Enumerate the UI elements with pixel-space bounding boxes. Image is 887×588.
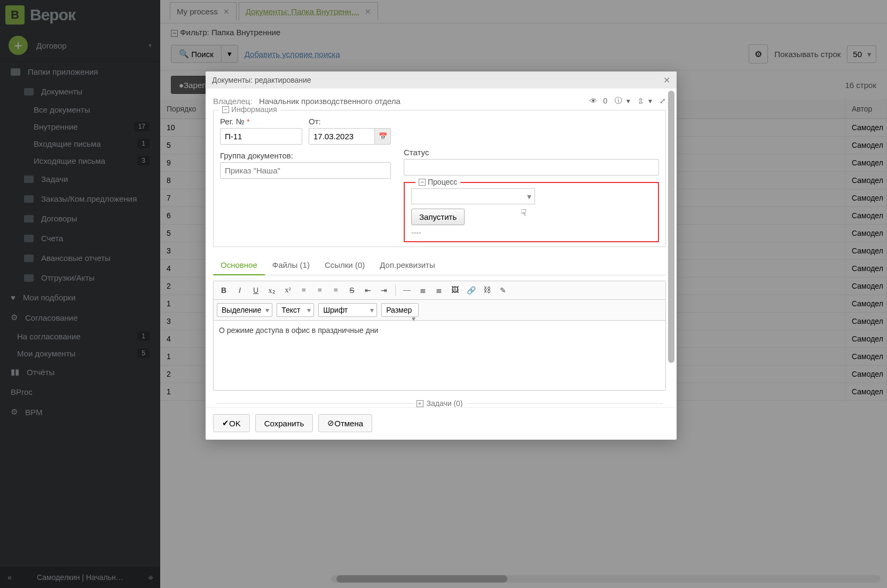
info-dropdown[interactable]: ⓘ ▾ bbox=[615, 96, 630, 106]
align-center-icon[interactable]: ≡ bbox=[313, 283, 327, 297]
font-select[interactable]: Шрифт bbox=[318, 303, 377, 317]
info-fieldset: −Информация Рег. № * От: 📅 bbox=[213, 110, 666, 247]
expand-icon[interactable]: + bbox=[417, 400, 423, 407]
edit-modal: Документы: редактирование ✕ Владелец: На… bbox=[206, 71, 677, 440]
hr-icon[interactable]: — bbox=[400, 283, 414, 297]
rich-editor: B I U x₂ x² ≡ ≡ ≡ S ⇤ ⇥ — ≣ ≣ 🖼 🔗 ⛓ ✎ bbox=[213, 281, 666, 391]
text-select[interactable]: Текст bbox=[277, 303, 314, 317]
expand-icon[interactable]: ⤢ bbox=[660, 97, 666, 105]
bold-icon[interactable]: B bbox=[217, 283, 231, 297]
eye-icon: 👁 bbox=[590, 97, 597, 105]
vertical-scrollbar[interactable] bbox=[668, 91, 674, 405]
status-input[interactable] bbox=[404, 159, 659, 176]
ok-button[interactable]: ✔ OK bbox=[213, 414, 250, 432]
process-select[interactable] bbox=[411, 188, 535, 204]
share-icon: ⇫ bbox=[638, 97, 644, 105]
subscript-icon[interactable]: x₂ bbox=[265, 283, 279, 297]
tasks-section[interactable]: + Задачи (0) bbox=[213, 397, 666, 407]
run-button[interactable]: Запустить bbox=[411, 209, 465, 225]
strike-icon[interactable]: S bbox=[345, 283, 359, 297]
editor-toolbar: B I U x₂ x² ≡ ≡ ≡ S ⇤ ⇥ — ≣ ≣ 🖼 🔗 ⛓ ✎ bbox=[214, 281, 665, 300]
tab-extra[interactable]: Доп.реквизиты bbox=[372, 256, 442, 275]
image-icon[interactable]: 🖼 bbox=[448, 283, 462, 297]
close-icon[interactable]: ✕ bbox=[663, 75, 670, 85]
owner-label: Владелец: bbox=[213, 97, 253, 106]
italic-icon[interactable]: I bbox=[233, 283, 247, 297]
modal-tabs: Основное Файлы (1) Ссылки (0) Доп.реквиз… bbox=[213, 256, 666, 275]
info-legend: −Информация bbox=[219, 105, 280, 114]
ul-icon[interactable]: ≣ bbox=[432, 283, 446, 297]
editor-content[interactable]: О режиме доступа в офис в праздничные дн… bbox=[214, 321, 665, 390]
tab-main[interactable]: Основное bbox=[213, 256, 265, 275]
collapse-icon[interactable]: − bbox=[419, 179, 426, 186]
tab-files[interactable]: Файлы (1) bbox=[265, 256, 317, 275]
modal-footer: ✔ OK Сохранить ⊘ Отмена bbox=[206, 407, 677, 440]
date-label: От: bbox=[309, 117, 391, 126]
process-legend: −Процесс bbox=[415, 178, 460, 186]
tab-links[interactable]: Ссылки (0) bbox=[317, 256, 372, 275]
editor-toolbar-2: Выделение Текст Шрифт Размер bbox=[214, 300, 665, 321]
clear-icon[interactable]: ✎ bbox=[496, 283, 510, 297]
process-box: −Процесс Запустить ---- bbox=[404, 182, 659, 242]
cancel-button[interactable]: ⊘ Отмена bbox=[318, 414, 372, 432]
collapse-icon[interactable]: − bbox=[222, 106, 229, 113]
calendar-icon[interactable]: 📅 bbox=[374, 129, 390, 144]
align-right-icon[interactable]: ≡ bbox=[329, 283, 343, 297]
save-button[interactable]: Сохранить bbox=[255, 414, 313, 432]
status-label: Статус bbox=[404, 148, 659, 157]
size-select[interactable]: Размер bbox=[381, 303, 419, 317]
reg-label: Рег. № * bbox=[220, 117, 302, 126]
unlink-icon[interactable]: ⛓ bbox=[480, 283, 494, 297]
views[interactable]: 👁 0 bbox=[590, 97, 608, 105]
process-status: ---- bbox=[411, 228, 651, 237]
reg-input[interactable] bbox=[220, 128, 302, 145]
info-icon: ⓘ bbox=[615, 96, 622, 106]
align-left-icon[interactable]: ≡ bbox=[297, 283, 311, 297]
group-label: Группа документов: bbox=[220, 151, 391, 160]
outdent-icon[interactable]: ⇤ bbox=[361, 283, 375, 297]
indent-icon[interactable]: ⇥ bbox=[377, 283, 391, 297]
owner-row: Владелец: Начальник производственного от… bbox=[213, 96, 666, 106]
underline-icon[interactable]: U bbox=[249, 283, 263, 297]
highlight-select[interactable]: Выделение bbox=[217, 303, 272, 317]
modal-header: Документы: редактирование ✕ bbox=[206, 71, 677, 89]
share-dropdown[interactable]: ⇫ ▾ bbox=[638, 97, 652, 105]
modal-body: Владелец: Начальник производственного от… bbox=[206, 89, 677, 407]
owner-value: Начальник производственного отдела bbox=[259, 97, 401, 106]
ol-icon[interactable]: ≣ bbox=[416, 283, 430, 297]
group-input[interactable] bbox=[220, 162, 391, 179]
superscript-icon[interactable]: x² bbox=[281, 283, 295, 297]
link-icon[interactable]: 🔗 bbox=[464, 283, 478, 297]
modal-title: Документы: редактирование bbox=[212, 76, 311, 84]
